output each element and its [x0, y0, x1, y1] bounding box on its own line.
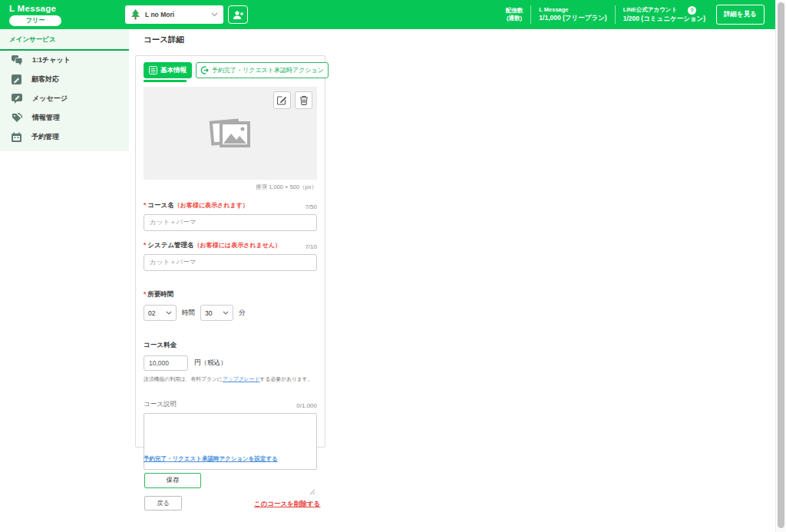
duration-minutes-value: 30: [205, 309, 223, 317]
chevron-down-icon: [211, 12, 218, 17]
tree-icon: [130, 9, 140, 20]
scrollbar-thumb[interactable]: [778, 2, 784, 528]
line-account-value: 1/200 (コミュニケーション): [623, 15, 705, 23]
divider: [530, 5, 531, 24]
price-input[interactable]: [144, 355, 188, 371]
system-name-counter: 7/10: [305, 243, 317, 250]
calendar-icon: [12, 132, 21, 142]
person-add-icon: [233, 10, 244, 20]
save-button[interactable]: 保存: [144, 473, 201, 488]
chevron-down-icon: [166, 311, 172, 315]
delivery-count-block: 配信数 (通数): [506, 7, 523, 23]
account-selector[interactable]: L no Mori: [125, 5, 223, 24]
line-account-block: LINE公式アカウント ? 1/200 (コミュニケーション): [623, 6, 705, 23]
details-button[interactable]: 詳細を見る: [716, 5, 765, 25]
message-icon: [12, 94, 22, 104]
svg-text:?: ?: [690, 7, 694, 14]
delete-course-link[interactable]: このコースを削除する: [254, 500, 320, 509]
account-name: L no Mori: [145, 11, 211, 18]
tab-basic-info[interactable]: 基本情報: [144, 62, 192, 78]
sidebar-section-title: メインサービス: [0, 29, 129, 51]
sidebar: メインサービス 1:1チャット 顧客対応 メッセージ 情報管理: [0, 29, 129, 151]
add-account-button[interactable]: [228, 5, 248, 24]
help-icon[interactable]: ?: [688, 6, 696, 15]
tab-label: 予約完了・リクエスト承認時アクション: [212, 66, 324, 74]
duration-minutes-select[interactable]: 30: [200, 305, 233, 321]
active-tab-indicator: [144, 80, 187, 82]
sidebar-item-label: 予約管理: [31, 132, 59, 142]
system-name-input[interactable]: [144, 254, 317, 271]
system-name-label: *システム管理名（お客様には表示されません）: [144, 241, 281, 250]
brand-block: L Message フリー: [9, 4, 64, 26]
duration-hours-value: 02: [148, 309, 166, 317]
course-name-label: *コース名（お客様に表示されます）: [144, 201, 249, 210]
plan-info-block: L Message 1/1,000 (フリープラン): [539, 6, 606, 23]
duration-minutes-unit: 分: [239, 309, 246, 318]
line-account-title: LINE公式アカウント: [623, 6, 677, 14]
price-unit: 円（税込）: [194, 359, 227, 368]
chevron-down-icon: [223, 311, 229, 315]
duration-hours-unit: 時間: [182, 309, 195, 318]
customer-support-icon: [12, 74, 21, 84]
course-detail-card: 基本情報 予約完了・リクエスト承認時アクション: [135, 55, 325, 448]
price-block: コース料金 円（税込） 決済機能の利用は、有料プランにアップグレードする必要があ…: [144, 341, 317, 383]
duration-block: *所要時間 02 時間 30 分: [144, 290, 317, 321]
post-booking-action-link[interactable]: 予約完了・リクエスト承認時アクションを設定する: [144, 455, 278, 463]
edit-icon: [277, 95, 287, 105]
sidebar-item-label: 1:1チャット: [32, 55, 71, 65]
description-label: コース説明: [144, 400, 177, 409]
plan-info-title: L Message: [539, 6, 606, 14]
tab-post-booking-actions[interactable]: 予約完了・リクエスト承認時アクション: [196, 62, 329, 78]
image-size-hint: 推奨 1,000 × 500（px）: [144, 183, 317, 191]
sidebar-item-booking[interactable]: 予約管理: [0, 127, 129, 147]
course-name-counter: 7/50: [305, 203, 317, 210]
page-scrollbar: [775, 0, 786, 532]
description-counter: 0/1,000: [296, 402, 317, 409]
edit-image-button[interactable]: [273, 91, 291, 109]
divider: [615, 5, 616, 24]
app-header: L Message フリー L no Mori 配信数 (通数) L Messa…: [0, 0, 775, 29]
sidebar-item-label: 顧客対応: [31, 74, 59, 84]
tab-label: 基本情報: [160, 66, 187, 75]
tab-bar: 基本情報 予約完了・リクエスト承認時アクション: [144, 62, 317, 78]
payment-helper-text: 決済機能の利用は、有料プランにアップグレードする必要があります。: [144, 375, 317, 383]
delivery-sublabel: (通数): [506, 15, 523, 23]
delivery-label: 配信数: [506, 7, 523, 15]
sidebar-item-label: メッセージ: [32, 94, 68, 104]
sidebar-item-message[interactable]: メッセージ: [0, 89, 129, 108]
upgrade-link[interactable]: アップグレード: [223, 376, 260, 382]
plan-badge: フリー: [9, 15, 61, 26]
trash-icon: [299, 95, 309, 105]
tag-icon: [12, 113, 22, 123]
sidebar-item-chat[interactable]: 1:1チャット: [0, 51, 129, 70]
resize-grip-icon[interactable]: [309, 489, 315, 495]
chat-icon: [12, 55, 22, 65]
course-image-placeholder[interactable]: [144, 87, 317, 180]
back-button[interactable]: 戻る: [144, 496, 182, 511]
delete-image-button[interactable]: [295, 91, 312, 109]
page-title: コース詳細: [144, 35, 184, 45]
list-icon: [149, 66, 157, 74]
sidebar-item-customer[interactable]: 顧客対応: [0, 70, 129, 89]
sidebar-item-info[interactable]: 情報管理: [0, 108, 129, 127]
image-placeholder-icon: [209, 115, 252, 150]
sidebar-item-label: 情報管理: [32, 113, 60, 123]
course-name-input[interactable]: [144, 214, 317, 231]
header-stats: 配信数 (通数) L Message 1/1,000 (フリープラン) LINE…: [506, 0, 765, 29]
duration-label: *所要時間: [144, 290, 317, 299]
plan-info-value: 1/1,000 (フリープラン): [539, 14, 606, 22]
duration-hours-select[interactable]: 02: [144, 305, 177, 321]
price-label: コース料金: [144, 341, 317, 350]
brand-logo: L Message: [9, 4, 64, 14]
sidebar-item-products[interactable]: 商品販売: [0, 147, 129, 151]
action-arrow-icon: [200, 66, 209, 74]
